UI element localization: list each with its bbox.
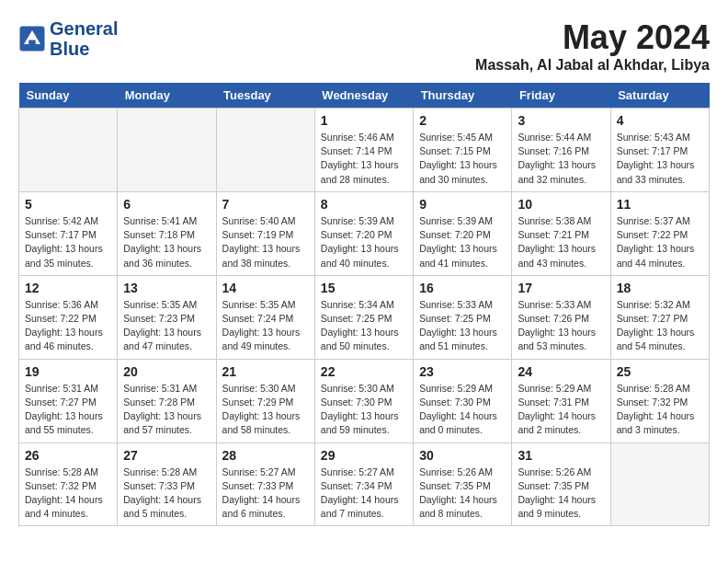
day-number: 14 (222, 281, 309, 295)
weekday-header-sunday: Sunday (19, 83, 118, 109)
day-number: 22 (321, 364, 407, 379)
weekday-header-row: SundayMondayTuesdayWednesdayThursdayFrid… (19, 83, 710, 109)
calendar-cell (118, 109, 216, 192)
day-info: Sunrise: 5:41 AMSunset: 7:18 PMDaylight:… (123, 214, 210, 270)
day-info: Sunrise: 5:33 AMSunset: 7:25 PMDaylight:… (419, 298, 506, 354)
calendar-week-row: 5Sunrise: 5:42 AMSunset: 7:17 PMDaylight… (19, 191, 710, 275)
calendar-cell: 14Sunrise: 5:35 AMSunset: 7:24 PMDayligh… (216, 275, 314, 359)
page-header: General Blue May 2024 Massah, Al Jabal a… (18, 18, 710, 74)
logo-line1: General (50, 18, 118, 39)
location: Massah, Al Jabal al Akhdar, Libya (475, 57, 710, 74)
day-number: 1 (321, 113, 407, 128)
day-info: Sunrise: 5:38 AMSunset: 7:21 PMDaylight:… (518, 214, 604, 270)
calendar-cell: 25Sunrise: 5:28 AMSunset: 7:32 PMDayligh… (610, 359, 709, 442)
calendar-cell: 15Sunrise: 5:34 AMSunset: 7:25 PMDayligh… (314, 275, 413, 359)
day-number: 4 (617, 113, 703, 128)
day-number: 8 (321, 197, 407, 212)
calendar-week-row: 12Sunrise: 5:36 AMSunset: 7:22 PMDayligh… (19, 275, 710, 359)
day-info: Sunrise: 5:32 AMSunset: 7:27 PMDaylight:… (617, 298, 703, 354)
calendar-cell: 27Sunrise: 5:28 AMSunset: 7:33 PMDayligh… (118, 442, 216, 526)
calendar-cell (216, 109, 314, 192)
weekday-header-wednesday: Wednesday (314, 83, 413, 109)
day-number: 7 (222, 197, 309, 212)
weekday-header-thursday: Thursday (414, 83, 512, 109)
weekday-header-monday: Monday (118, 83, 216, 109)
day-info: Sunrise: 5:44 AMSunset: 7:16 PMDaylight:… (518, 131, 604, 187)
day-info: Sunrise: 5:42 AMSunset: 7:17 PMDaylight:… (25, 214, 111, 270)
day-info: Sunrise: 5:39 AMSunset: 7:20 PMDaylight:… (419, 214, 506, 270)
day-number: 20 (123, 364, 210, 379)
logo-icon (18, 25, 46, 52)
day-info: Sunrise: 5:29 AMSunset: 7:30 PMDaylight:… (419, 382, 506, 438)
day-number: 31 (518, 448, 604, 463)
day-number: 21 (222, 364, 309, 379)
day-info: Sunrise: 5:28 AMSunset: 7:32 PMDaylight:… (25, 465, 111, 522)
day-number: 5 (25, 197, 111, 212)
weekday-header-tuesday: Tuesday (216, 83, 314, 109)
logo: General Blue (18, 18, 118, 59)
day-info: Sunrise: 5:35 AMSunset: 7:23 PMDaylight:… (123, 298, 210, 354)
day-info: Sunrise: 5:40 AMSunset: 7:19 PMDaylight:… (222, 214, 309, 270)
day-number: 13 (123, 281, 210, 295)
calendar-cell: 8Sunrise: 5:39 AMSunset: 7:20 PMDaylight… (314, 191, 413, 275)
day-info: Sunrise: 5:30 AMSunset: 7:29 PMDaylight:… (222, 382, 309, 438)
day-number: 26 (25, 448, 111, 463)
day-info: Sunrise: 5:26 AMSunset: 7:35 PMDaylight:… (419, 465, 506, 522)
day-number: 27 (123, 448, 210, 463)
day-number: 16 (419, 281, 506, 295)
logo-text: General Blue (50, 18, 118, 59)
day-info: Sunrise: 5:33 AMSunset: 7:26 PMDaylight:… (518, 298, 604, 354)
calendar-cell: 20Sunrise: 5:31 AMSunset: 7:28 PMDayligh… (118, 359, 216, 442)
day-info: Sunrise: 5:36 AMSunset: 7:22 PMDaylight:… (25, 298, 111, 354)
day-number: 10 (518, 197, 604, 212)
calendar-week-row: 19Sunrise: 5:31 AMSunset: 7:27 PMDayligh… (19, 359, 710, 442)
day-info: Sunrise: 5:26 AMSunset: 7:35 PMDaylight:… (518, 465, 604, 522)
calendar-cell: 21Sunrise: 5:30 AMSunset: 7:29 PMDayligh… (216, 359, 314, 442)
svg-rect-2 (28, 40, 36, 46)
day-info: Sunrise: 5:43 AMSunset: 7:17 PMDaylight:… (617, 131, 703, 187)
logo-line2: Blue (50, 39, 118, 59)
calendar-cell: 13Sunrise: 5:35 AMSunset: 7:23 PMDayligh… (118, 275, 216, 359)
calendar-cell: 17Sunrise: 5:33 AMSunset: 7:26 PMDayligh… (512, 275, 610, 359)
day-number: 11 (617, 197, 703, 212)
calendar-cell: 1Sunrise: 5:46 AMSunset: 7:14 PMDaylight… (314, 109, 413, 192)
day-number: 18 (617, 281, 703, 295)
weekday-header-friday: Friday (512, 83, 610, 109)
day-number: 29 (321, 448, 407, 463)
calendar-cell: 26Sunrise: 5:28 AMSunset: 7:32 PMDayligh… (19, 442, 118, 526)
calendar-cell: 11Sunrise: 5:37 AMSunset: 7:22 PMDayligh… (610, 191, 709, 275)
calendar-cell (610, 442, 709, 526)
day-number: 6 (123, 197, 210, 212)
weekday-header-saturday: Saturday (610, 83, 709, 109)
calendar-cell (19, 109, 118, 192)
calendar-cell: 5Sunrise: 5:42 AMSunset: 7:17 PMDaylight… (19, 191, 118, 275)
calendar-cell: 31Sunrise: 5:26 AMSunset: 7:35 PMDayligh… (512, 442, 610, 526)
day-number: 15 (321, 281, 407, 295)
calendar-cell: 9Sunrise: 5:39 AMSunset: 7:20 PMDaylight… (414, 191, 512, 275)
calendar-cell: 29Sunrise: 5:27 AMSunset: 7:34 PMDayligh… (314, 442, 413, 526)
day-number: 23 (419, 364, 506, 379)
day-number: 19 (25, 364, 111, 379)
day-info: Sunrise: 5:28 AMSunset: 7:32 PMDaylight:… (617, 382, 703, 438)
day-info: Sunrise: 5:27 AMSunset: 7:34 PMDaylight:… (321, 465, 407, 522)
calendar-cell: 4Sunrise: 5:43 AMSunset: 7:17 PMDaylight… (610, 109, 709, 192)
calendar-cell: 30Sunrise: 5:26 AMSunset: 7:35 PMDayligh… (414, 442, 512, 526)
day-info: Sunrise: 5:27 AMSunset: 7:33 PMDaylight:… (222, 465, 309, 522)
calendar-cell: 22Sunrise: 5:30 AMSunset: 7:30 PMDayligh… (314, 359, 413, 442)
calendar-cell: 28Sunrise: 5:27 AMSunset: 7:33 PMDayligh… (216, 442, 314, 526)
day-info: Sunrise: 5:37 AMSunset: 7:22 PMDaylight:… (617, 214, 703, 270)
day-info: Sunrise: 5:34 AMSunset: 7:25 PMDaylight:… (321, 298, 407, 354)
day-info: Sunrise: 5:28 AMSunset: 7:33 PMDaylight:… (123, 465, 210, 522)
calendar-cell: 6Sunrise: 5:41 AMSunset: 7:18 PMDaylight… (118, 191, 216, 275)
day-info: Sunrise: 5:30 AMSunset: 7:30 PMDaylight:… (321, 382, 407, 438)
day-info: Sunrise: 5:35 AMSunset: 7:24 PMDaylight:… (222, 298, 309, 354)
day-number: 9 (419, 197, 506, 212)
day-info: Sunrise: 5:45 AMSunset: 7:15 PMDaylight:… (419, 131, 506, 187)
day-info: Sunrise: 5:31 AMSunset: 7:27 PMDaylight:… (25, 382, 111, 438)
calendar-cell: 10Sunrise: 5:38 AMSunset: 7:21 PMDayligh… (512, 191, 610, 275)
day-info: Sunrise: 5:46 AMSunset: 7:14 PMDaylight:… (321, 131, 407, 187)
calendar-cell: 23Sunrise: 5:29 AMSunset: 7:30 PMDayligh… (414, 359, 512, 442)
calendar-cell: 24Sunrise: 5:29 AMSunset: 7:31 PMDayligh… (512, 359, 610, 442)
day-number: 24 (518, 364, 604, 379)
day-number: 3 (518, 113, 604, 128)
